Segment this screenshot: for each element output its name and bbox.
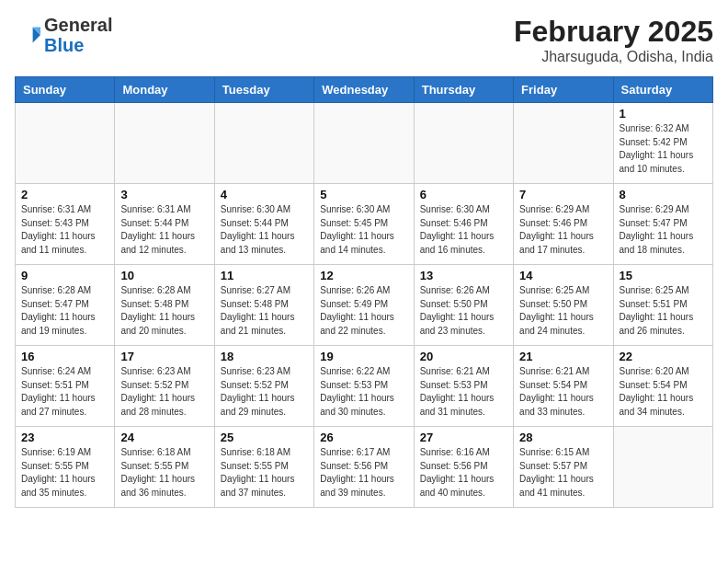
location-subtitle: Jharsuguda, Odisha, India [514,49,713,65]
day-number: 25 [221,431,308,444]
page-header: General Blue February 2025 Jharsuguda, O… [15,15,713,65]
day-number: 20 [420,350,507,363]
calendar-cell [314,103,414,184]
day-number: 15 [620,269,707,282]
calendar-cell: 4Sunrise: 6:30 AM Sunset: 5:44 PM Daylig… [214,184,313,265]
day-info: Sunrise: 6:23 AM Sunset: 5:52 PM Dayligh… [120,365,208,419]
day-info: Sunrise: 6:25 AM Sunset: 5:50 PM Dayligh… [519,284,607,338]
day-info: Sunrise: 6:20 AM Sunset: 5:54 PM Dayligh… [620,365,707,419]
calendar-cell: 2Sunrise: 6:31 AM Sunset: 5:43 PM Daylig… [16,184,115,265]
day-info: Sunrise: 6:21 AM Sunset: 5:53 PM Dayligh… [420,365,507,419]
week-row-1: 1Sunrise: 6:32 AM Sunset: 5:42 PM Daylig… [16,103,713,184]
day-number: 1 [620,107,707,121]
calendar-cell: 23Sunrise: 6:19 AM Sunset: 5:55 PM Dayli… [16,427,115,508]
day-info: Sunrise: 6:30 AM Sunset: 5:46 PM Dayligh… [420,203,507,257]
calendar-cell: 21Sunrise: 6:21 AM Sunset: 5:54 PM Dayli… [514,346,613,427]
weekday-header-thursday: Thursday [414,77,513,103]
calendar-cell: 27Sunrise: 6:16 AM Sunset: 5:56 PM Dayli… [414,427,513,508]
calendar-cell [613,427,712,508]
calendar-cell: 11Sunrise: 6:27 AM Sunset: 5:48 PM Dayli… [214,265,313,346]
day-info: Sunrise: 6:27 AM Sunset: 5:48 PM Dayligh… [221,284,308,338]
calendar-cell [414,103,513,184]
day-info: Sunrise: 6:16 AM Sunset: 5:56 PM Dayligh… [420,446,507,500]
calendar-cell: 10Sunrise: 6:28 AM Sunset: 5:48 PM Dayli… [115,265,214,346]
day-number: 9 [21,269,108,282]
calendar-cell: 12Sunrise: 6:26 AM Sunset: 5:49 PM Dayli… [314,265,414,346]
day-info: Sunrise: 6:25 AM Sunset: 5:51 PM Dayligh… [620,284,707,338]
day-info: Sunrise: 6:15 AM Sunset: 5:57 PM Dayligh… [519,446,607,500]
calendar-cell: 17Sunrise: 6:23 AM Sunset: 5:52 PM Dayli… [115,346,214,427]
calendar-cell: 16Sunrise: 6:24 AM Sunset: 5:51 PM Dayli… [16,346,115,427]
calendar-cell: 20Sunrise: 6:21 AM Sunset: 5:53 PM Dayli… [414,346,513,427]
day-info: Sunrise: 6:26 AM Sunset: 5:50 PM Dayligh… [420,284,507,338]
day-number: 24 [120,431,208,444]
weekday-header-friday: Friday [514,77,613,103]
day-number: 7 [519,188,607,201]
day-number: 8 [620,188,707,201]
day-number: 5 [320,188,407,201]
day-number: 4 [221,188,308,201]
day-info: Sunrise: 6:17 AM Sunset: 5:56 PM Dayligh… [320,446,407,500]
day-number: 14 [519,269,607,282]
day-number: 12 [320,269,407,282]
day-info: Sunrise: 6:24 AM Sunset: 5:51 PM Dayligh… [21,365,108,419]
calendar-cell: 24Sunrise: 6:18 AM Sunset: 5:55 PM Dayli… [115,427,214,508]
day-info: Sunrise: 6:23 AM Sunset: 5:52 PM Dayligh… [221,365,308,419]
calendar-cell: 22Sunrise: 6:20 AM Sunset: 5:54 PM Dayli… [613,346,712,427]
day-info: Sunrise: 6:28 AM Sunset: 5:48 PM Dayligh… [120,284,208,338]
day-info: Sunrise: 6:22 AM Sunset: 5:53 PM Dayligh… [320,365,407,419]
logo-general-text: General [44,15,112,35]
calendar-cell: 15Sunrise: 6:25 AM Sunset: 5:51 PM Dayli… [613,265,712,346]
calendar-cell: 14Sunrise: 6:25 AM Sunset: 5:50 PM Dayli… [514,265,613,346]
day-number: 18 [221,350,308,363]
calendar-cell: 3Sunrise: 6:31 AM Sunset: 5:44 PM Daylig… [115,184,214,265]
calendar-cell [514,103,613,184]
logo: General Blue [15,15,112,55]
day-info: Sunrise: 6:26 AM Sunset: 5:49 PM Dayligh… [320,284,407,338]
logo-icon [15,22,40,48]
day-number: 3 [120,188,208,201]
month-year-title: February 2025 [514,15,713,49]
week-row-2: 2Sunrise: 6:31 AM Sunset: 5:43 PM Daylig… [16,184,713,265]
calendar-cell: 19Sunrise: 6:22 AM Sunset: 5:53 PM Dayli… [314,346,414,427]
calendar-cell: 25Sunrise: 6:18 AM Sunset: 5:55 PM Dayli… [214,427,313,508]
day-number: 28 [519,431,607,444]
calendar-cell: 13Sunrise: 6:26 AM Sunset: 5:50 PM Dayli… [414,265,513,346]
day-info: Sunrise: 6:32 AM Sunset: 5:42 PM Dayligh… [620,122,707,176]
calendar-cell: 28Sunrise: 6:15 AM Sunset: 5:57 PM Dayli… [514,427,613,508]
day-number: 11 [221,269,308,282]
day-number: 2 [21,188,108,201]
calendar-table: SundayMondayTuesdayWednesdayThursdayFrid… [15,76,713,508]
day-number: 16 [21,350,108,363]
weekday-header-monday: Monday [115,77,214,103]
weekday-header-sunday: Sunday [16,77,115,103]
calendar-cell: 26Sunrise: 6:17 AM Sunset: 5:56 PM Dayli… [314,427,414,508]
calendar-cell [214,103,313,184]
day-info: Sunrise: 6:21 AM Sunset: 5:54 PM Dayligh… [519,365,607,419]
day-number: 26 [320,431,407,444]
day-number: 19 [320,350,407,363]
day-number: 13 [420,269,507,282]
title-block: February 2025 Jharsuguda, Odisha, India [514,15,713,65]
week-row-4: 16Sunrise: 6:24 AM Sunset: 5:51 PM Dayli… [16,346,713,427]
day-number: 27 [420,431,507,444]
day-number: 10 [120,269,208,282]
weekday-header-tuesday: Tuesday [214,77,313,103]
weekday-header-row: SundayMondayTuesdayWednesdayThursdayFrid… [16,77,713,103]
day-info: Sunrise: 6:18 AM Sunset: 5:55 PM Dayligh… [221,446,308,500]
day-info: Sunrise: 6:29 AM Sunset: 5:46 PM Dayligh… [519,203,607,257]
day-info: Sunrise: 6:29 AM Sunset: 5:47 PM Dayligh… [620,203,707,257]
calendar-cell: 1Sunrise: 6:32 AM Sunset: 5:42 PM Daylig… [613,103,712,184]
weekday-header-saturday: Saturday [613,77,712,103]
day-info: Sunrise: 6:30 AM Sunset: 5:45 PM Dayligh… [320,203,407,257]
day-info: Sunrise: 6:31 AM Sunset: 5:44 PM Dayligh… [120,203,208,257]
calendar-cell: 18Sunrise: 6:23 AM Sunset: 5:52 PM Dayli… [214,346,313,427]
day-number: 23 [21,431,108,444]
logo-blue-text: Blue [44,35,84,55]
day-number: 21 [519,350,607,363]
calendar-cell [115,103,214,184]
day-number: 6 [420,188,507,201]
day-info: Sunrise: 6:31 AM Sunset: 5:43 PM Dayligh… [21,203,108,257]
day-number: 22 [620,350,707,363]
day-info: Sunrise: 6:18 AM Sunset: 5:55 PM Dayligh… [120,446,208,500]
